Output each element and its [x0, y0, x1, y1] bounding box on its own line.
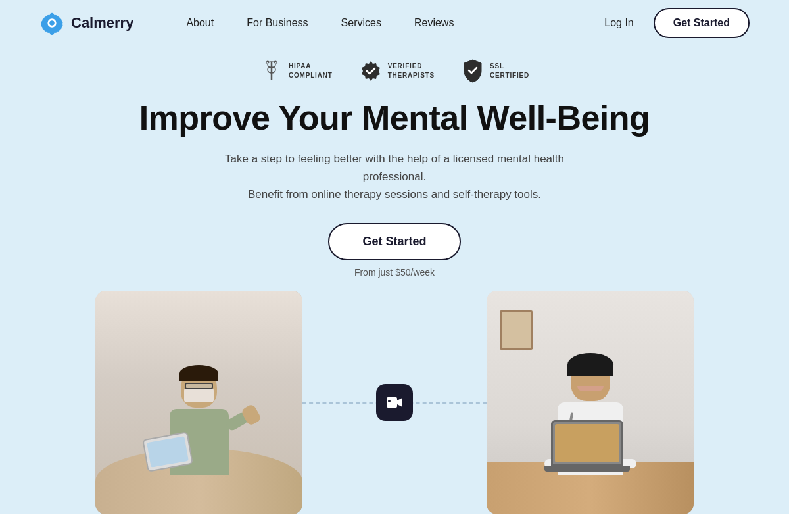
hero-images-row — [39, 291, 750, 514]
svg-rect-3 — [387, 397, 397, 408]
nav-for-business[interactable]: For Business — [247, 17, 308, 28]
navbar: Calmerry About For Business Services Rev… — [0, 0, 789, 46]
trust-badges: HIPAACOMPLIANT VERIFIEDTHERAPISTS SSLCER… — [39, 59, 750, 83]
nav-reviews[interactable]: Reviews — [414, 17, 454, 28]
logo-text: Calmerry — [71, 14, 133, 32]
svg-point-1 — [49, 20, 55, 26]
featured-section: As Featured On ForbesHEALTH verywell min… — [0, 514, 789, 532]
therapist-image — [487, 291, 694, 514]
nav-services[interactable]: Services — [341, 17, 381, 28]
nav-links: About For Business Services Reviews — [186, 17, 604, 29]
nav-about[interactable]: About — [186, 17, 214, 28]
ssl-badge: SSLCERTIFIED — [461, 59, 529, 83]
video-call-icon[interactable] — [376, 384, 413, 421]
cta-area: Get Started From just $50/week — [39, 223, 750, 278]
nav-get-started-button[interactable]: Get Started — [654, 8, 750, 38]
patient-image — [95, 291, 302, 514]
login-button[interactable]: Log In — [604, 17, 633, 29]
hipaa-badge: HIPAACOMPLIANT — [260, 59, 333, 83]
verified-badge: VERIFIEDTHERAPISTS — [359, 59, 435, 83]
hero-section: HIPAACOMPLIANT VERIFIEDTHERAPISTS SSLCER… — [0, 46, 789, 514]
video-connector — [302, 384, 487, 421]
price-note: From just $50/week — [39, 267, 750, 278]
logo-link[interactable]: Calmerry — [39, 11, 133, 36]
hero-headline: Improve Your Mental Well-Being — [39, 99, 750, 138]
hero-subheading: Take a step to feeling better with the h… — [204, 150, 585, 204]
hero-cta-button[interactable]: Get Started — [328, 223, 460, 260]
ssl-icon — [461, 59, 485, 83]
svg-point-4 — [388, 400, 391, 402]
logo-icon — [39, 11, 64, 36]
hipaa-icon — [260, 59, 283, 83]
verified-icon — [359, 59, 383, 83]
nav-actions: Log In Get Started — [604, 8, 750, 38]
